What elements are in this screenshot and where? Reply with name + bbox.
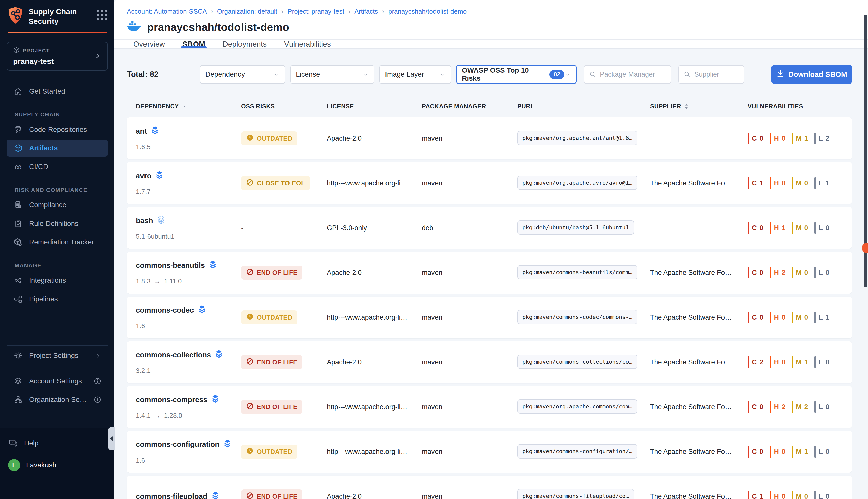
arrow-right-icon: → [154,412,161,419]
table-row[interactable]: commons-codec1.6OUTDATEDhttp---www.apach… [127,296,852,338]
vuln-severity-count: 1 [826,314,830,321]
sidebar-item-code-repositories[interactable]: Code Repositories [7,121,108,138]
sidebar-item-remediation-tracker[interactable]: Remediation Tracker [7,234,108,251]
vuln-count-m: M0 [792,177,808,189]
filter-license[interactable]: License [290,65,375,84]
table-row[interactable]: ant1.6.5OUTDATEDApache-2.0mavenpkg:maven… [127,118,852,159]
table-row[interactable]: commons-fileuploadEND OF LIFEApache-2.0m… [127,476,852,499]
cicd-infinity-icon: ∞ [13,163,23,171]
module-grid-icon[interactable] [97,10,107,20]
purl-value[interactable]: pkg:maven/org.apache.avro/avro@1… [517,175,637,190]
breadcrumb-link[interactable]: Project: pranay-test [288,8,344,15]
column-header-vulnerabilities[interactable]: VULNERABILITIES [739,103,852,110]
search-input-package-manager[interactable] [600,71,666,78]
table-row[interactable]: bash5.1-6ubuntu1-GPL-3.0-onlydebpkg:deb/… [127,207,852,249]
sidebar-item-artifacts[interactable]: Artifacts [7,139,108,157]
tab-vulnerabilities[interactable]: Vulnerabilities [283,40,332,48]
vuln-severity-count: 0 [804,493,808,499]
dependency-version-row: 1.4.1→1.28.0 [136,412,232,419]
vuln-severity-count: 0 [782,493,785,499]
vuln-severity-letter: H [774,269,779,277]
table-body: ant1.6.5OUTDATEDApache-2.0mavenpkg:maven… [127,118,852,499]
vuln-severity-letter: L [819,269,823,277]
vulnerabilities-cell: C1H0M0L0 [739,491,852,499]
sidebar-item-ci-cd[interactable]: ∞CI/CD [7,158,108,175]
help-button[interactable]: ? Help [8,439,106,448]
oss-risk-cell: OUTDATED [232,131,318,145]
dependency-name-row: commons-beanutils [136,260,232,271]
project-selector[interactable]: PROJECT pranay-test [7,42,108,71]
breadcrumb-link[interactable]: pranaycshah/todolist-demo [388,8,467,15]
breadcrumb-link[interactable]: Artifacts [354,8,378,15]
vuln-severity-letter: M [796,224,802,232]
table-row[interactable]: commons-configuration1.6OUTDATEDhttp---w… [127,431,852,473]
vuln-count-l: L0 [815,356,830,368]
table-row[interactable]: commons-beanutils1.8.3→1.11.0END OF LIFE… [127,252,852,293]
column-header-supplier[interactable]: SUPPLIER [641,103,739,110]
filter-label: License [296,70,320,78]
column-header-purl[interactable]: PURL [508,103,641,110]
dependency-name: commons-configuration [136,440,219,449]
column-header-license[interactable]: LICENSE [318,103,413,110]
filter-dependency[interactable]: Dependency [200,65,285,84]
filter-label-text: License [296,70,320,78]
breadcrumb-link[interactable]: Organization: default [217,8,277,15]
table-row[interactable]: commons-compress1.4.1→1.28.0END OF LIFEh… [127,386,852,428]
vuln-severity-count: 1 [804,448,808,456]
vuln-severity-count: 0 [760,314,764,321]
sidebar-item-label: Artifacts [29,144,58,152]
sidebar-item-get-started[interactable]: Get Started [7,83,108,100]
vuln-severity-letter: C [752,179,757,187]
sidebar-item-rule-definitions[interactable]: Rule Definitions [7,215,108,232]
dependency-cell: commons-codec1.6 [127,305,232,330]
download-sbom-button[interactable]: Download SBOM [771,65,852,84]
user-menu[interactable]: L Lavakush [8,459,106,471]
tab-overview[interactable]: Overview [132,40,166,48]
dependency-cell: commons-compress1.4.1→1.28.0 [127,394,232,419]
purl-value[interactable]: pkg:maven/commons-codec/commons-… [517,310,637,324]
sidebar-item-pipelines[interactable]: Pipelines [7,291,108,308]
purl-cell: pkg:maven/commons-fileupload/co… [508,489,641,499]
vuln-severity-letter: H [774,135,779,142]
layers-filled-icon [151,126,159,136]
sidebar-item-organization-settings[interactable]: Organization Settings [7,391,108,408]
vuln-severity-letter: L [819,403,823,411]
title-row: pranaycshah/todolist-demo [127,21,855,34]
filter-owasp-oss-top-10-risks[interactable]: OWASP OSS Top 10 Risks02 [456,65,577,84]
breadcrumb-link[interactable]: Account: Automation-SSCA [127,8,207,15]
vulnerabilities-cell: C0H1M0L0 [739,222,852,234]
purl-value[interactable]: pkg:deb/ubuntu/bash@5.1-6ubuntu1 [517,220,634,235]
purl-value[interactable]: pkg:maven/org.apache.ant/ant@1.6… [517,131,637,145]
vuln-count-m: M2 [792,401,808,413]
project-name: pranay-test [13,57,94,66]
purl-value[interactable]: pkg:maven/org.apache.commons/com… [517,399,637,414]
purl-value[interactable]: pkg:maven/commons-fileupload/co… [517,489,634,499]
project-label: PROJECT [23,48,50,53]
sidebar: Supply Chain Security PROJECT pranay-tes… [0,0,114,499]
column-header-oss-risks[interactable]: OSS RISKS [232,103,318,110]
sidebar-item-integrations[interactable]: Integrations [7,272,108,289]
vulnerabilities-cell: C2H0M1L0 [739,356,852,368]
column-header-package-manager[interactable]: PACKAGE MANAGER [413,103,508,110]
column-header-dependency[interactable]: DEPENDENCY [127,103,232,110]
vuln-severity-count: 0 [760,448,764,456]
tab-sbom[interactable]: SBOM [181,40,206,48]
sidebar-collapse-handle[interactable] [108,427,115,450]
help-chat-icon: ? [8,439,18,448]
tab-deployments[interactable]: Deployments [221,40,268,48]
purl-value[interactable]: pkg:maven/commons-collections/co… [517,355,637,369]
package-manager-cell: maven [413,314,508,321]
chevron-right-icon [94,52,101,61]
purl-value[interactable]: pkg:maven/commons-beanutils/comm… [517,265,637,279]
table-row[interactable]: avro1.7.7CLOSE TO EOLhttp---www.apache.o… [127,162,852,204]
table-row[interactable]: commons-collections3.2.1END OF LIFEApach… [127,341,852,383]
filter-image-layer[interactable]: Image Layer [379,65,451,84]
search-input-supplier[interactable] [694,71,739,78]
package-manager-cell: maven [413,179,508,187]
dependency-name: ant [136,127,147,135]
sidebar-item-project-settings[interactable]: Project Settings [7,347,108,364]
sidebar-item-account-settings[interactable]: Account Settings [7,373,108,390]
dependency-cell: commons-collections3.2.1 [127,350,232,375]
sidebar-item-compliance[interactable]: Compliance [7,196,108,214]
purl-value[interactable]: pkg:maven/commons-configuration/… [517,444,637,459]
